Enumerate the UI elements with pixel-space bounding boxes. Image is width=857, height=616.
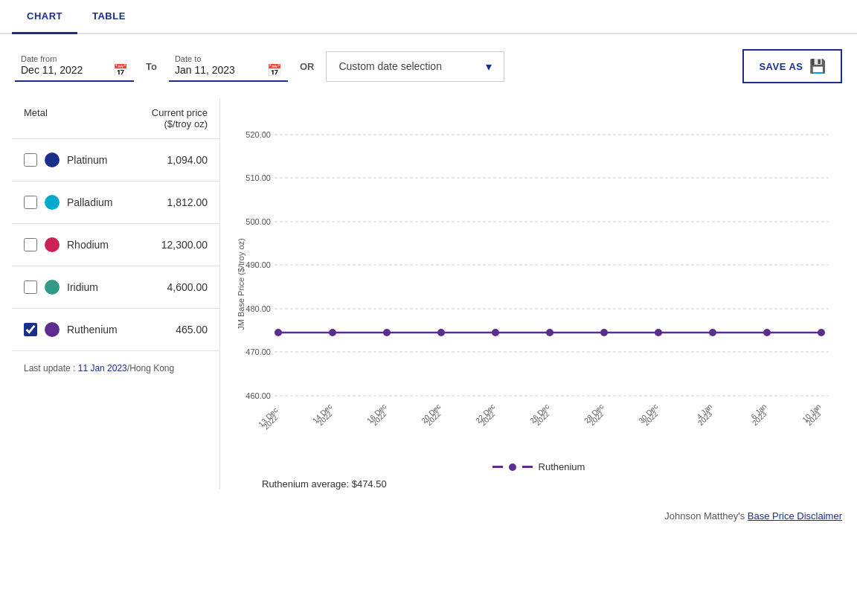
base-price-disclaimer-link[interactable]: Base Price Disclaimer (748, 510, 842, 522)
metal-name-palladium: Palladium (67, 196, 160, 208)
metal-row-platinum: Platinum1,094.00 (12, 139, 219, 182)
metal-price-iridium: 4,600.00 (167, 281, 208, 293)
metal-row-rhodium: Rhodium12,300.00 (12, 224, 219, 266)
metal-row-iridium: Iridium4,600.00 (12, 266, 219, 309)
col-price-header: Current price($/troy oz) (152, 107, 208, 129)
svg-point-22 (709, 329, 716, 336)
svg-point-21 (655, 329, 662, 336)
chart-svg-wrapper: JM Base Price ($/troy oz) (232, 98, 845, 455)
chart-legend: Ruthenium (232, 461, 845, 472)
chevron-down-icon: ▾ (486, 60, 492, 74)
svg-text:480.00: 480.00 (245, 304, 271, 313)
svg-point-20 (600, 329, 608, 336)
controls-bar: Date from Dec 11, 2022 📅 To Date to Jan … (0, 34, 857, 98)
metals-rows: Platinum1,094.00Palladium1,812.00Rhodium… (12, 139, 219, 351)
last-update-date: 11 Jan 2023 (78, 363, 127, 373)
date-from-value: Dec 11, 2022 (21, 64, 83, 76)
svg-text:520.00: 520.00 (245, 130, 271, 139)
custom-date-label: Custom date selection (338, 60, 442, 72)
tab-table[interactable]: TABLE (77, 0, 141, 34)
dot-platinum (45, 153, 60, 167)
last-update: Last update : 11 Jan 2023/Hong Kong (12, 351, 219, 385)
svg-text:510.00: 510.00 (245, 173, 271, 182)
metal-price-rhodium: 12,300.00 (161, 239, 208, 251)
or-label: OR (300, 61, 315, 72)
chart-svg: JM Base Price ($/troy oz) (232, 98, 845, 455)
tab-chart[interactable]: CHART (12, 0, 77, 34)
x-axis-labels: 13 Dec 2022 14 Dec 2022 16 Dec 2022 20 D… (257, 402, 822, 431)
metal-name-rhodium: Rhodium (67, 239, 154, 251)
legend-line-ruthenium-2 (522, 466, 533, 468)
date-to-label: Date to (175, 54, 282, 63)
svg-point-16 (383, 329, 391, 336)
date-to-value: Jan 11, 2023 (175, 64, 235, 76)
metals-table: Metal Current price($/troy oz) Platinum1… (12, 98, 220, 490)
metal-name-ruthenium: Ruthenium (67, 324, 168, 336)
metal-price-palladium: 1,812.00 (167, 196, 208, 208)
svg-text:490.00: 490.00 (245, 260, 271, 269)
metal-name-iridium: Iridium (67, 281, 160, 293)
svg-point-15 (329, 329, 336, 336)
y-axis-labels: 520.00 510.00 500.00 490.00 480.00 470.0… (245, 130, 271, 400)
svg-point-14 (275, 329, 282, 336)
grid-lines (275, 135, 829, 396)
save-as-label: SAVE AS (759, 61, 803, 72)
legend-label-ruthenium: Ruthenium (539, 461, 585, 472)
metals-table-header: Metal Current price($/troy oz) (12, 98, 219, 139)
tabs-bar: CHART TABLE (0, 0, 857, 34)
svg-point-17 (437, 329, 445, 336)
legend-dot-ruthenium (509, 463, 516, 471)
svg-text:460.00: 460.00 (245, 391, 271, 400)
dot-iridium (45, 280, 60, 295)
col-metal-header: Metal (24, 107, 48, 129)
date-from-field[interactable]: Date from Dec 11, 2022 📅 (15, 51, 134, 82)
legend-line-ruthenium (492, 466, 503, 468)
footer: Johnson Matthey's Base Price Disclaimer (0, 501, 857, 530)
checkbox-ruthenium[interactable] (24, 323, 37, 336)
ruthenium-average: Ruthenium average: $474.50 (232, 475, 845, 490)
metal-price-platinum: 1,094.00 (167, 154, 208, 166)
checkbox-platinum[interactable] (24, 153, 37, 167)
date-from-label: Date from (21, 54, 128, 63)
dot-ruthenium (45, 322, 60, 337)
date-to-field[interactable]: Date to Jan 11, 2023 📅 (169, 51, 288, 82)
svg-point-18 (492, 329, 499, 336)
svg-text:500.00: 500.00 (245, 217, 271, 226)
calendar-to-icon[interactable]: 📅 (267, 63, 282, 77)
checkbox-iridium[interactable] (24, 280, 37, 294)
checkbox-palladium[interactable] (24, 196, 37, 209)
svg-point-24 (818, 329, 825, 336)
main-content: Metal Current price($/troy oz) Platinum1… (0, 98, 857, 501)
footer-text: Johnson Matthey's (664, 510, 745, 522)
svg-point-19 (546, 329, 553, 336)
chart-area: JM Base Price ($/troy oz) (220, 98, 845, 490)
metal-name-platinum: Platinum (67, 154, 160, 166)
save-icon: 💾 (809, 58, 826, 74)
ruthenium-line (275, 329, 825, 336)
calendar-from-icon[interactable]: 📅 (113, 63, 128, 77)
to-label: To (146, 61, 157, 72)
dot-palladium (45, 195, 60, 210)
save-as-button[interactable]: SAVE AS 💾 (742, 49, 842, 83)
svg-text:470.00: 470.00 (245, 347, 271, 356)
dot-rhodium (45, 237, 60, 252)
metal-price-ruthenium: 465.00 (176, 324, 208, 336)
metal-row-ruthenium: Ruthenium465.00 (12, 309, 219, 351)
svg-point-23 (763, 329, 771, 336)
checkbox-rhodium[interactable] (24, 238, 37, 251)
custom-date-dropdown[interactable]: Custom date selection ▾ (326, 51, 504, 82)
y-axis-label: JM Base Price ($/troy oz) (237, 238, 245, 330)
metal-row-palladium: Palladium1,812.00 (12, 182, 219, 224)
